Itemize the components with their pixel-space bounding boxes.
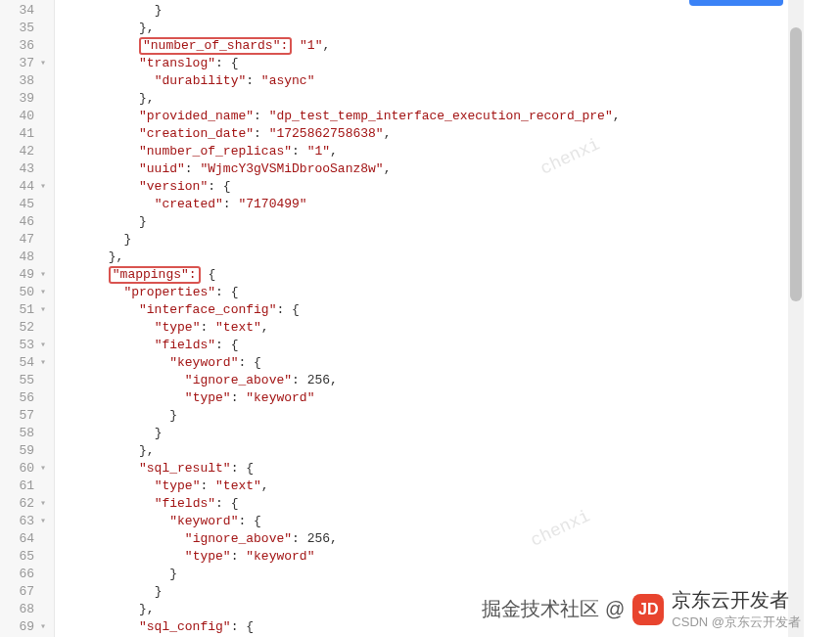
line-number: 53▾ <box>4 337 46 354</box>
code-line[interactable]: "keyword": { <box>63 513 840 530</box>
json-key: "type" <box>185 549 231 564</box>
code-line[interactable]: }, <box>63 90 840 108</box>
code-line[interactable]: "ignore_above": 256, <box>63 530 840 548</box>
code-line[interactable]: "version": { <box>63 178 840 196</box>
line-number: 62▾ <box>4 495 46 513</box>
fold-icon[interactable]: ▾ <box>38 513 46 530</box>
line-number: 50▾ <box>4 284 46 301</box>
code-line[interactable]: "interface_config": { <box>63 301 840 319</box>
json-number: 256 <box>307 373 330 387</box>
code-line[interactable]: "type": "keyword" <box>63 389 840 407</box>
code-line[interactable]: } <box>63 566 840 583</box>
json-key: "translog" <box>139 56 215 70</box>
punctuation: } <box>123 232 131 247</box>
line-number: 39 <box>4 90 46 108</box>
punctuation: : { <box>215 285 238 299</box>
code-line[interactable]: "creation_date": "1725862758638", <box>63 125 840 143</box>
json-string: "WjmcY3gVSMiDbrooSanz8w" <box>200 161 383 176</box>
code-line[interactable]: }, <box>63 20 840 37</box>
json-string: "async" <box>261 73 315 88</box>
line-number: 58 <box>4 425 46 442</box>
punctuation: } <box>169 408 177 423</box>
line-number: 48 <box>4 249 46 266</box>
fold-icon[interactable]: ▾ <box>38 354 46 372</box>
line-number: 47 <box>4 231 46 249</box>
fold-icon[interactable]: ▾ <box>38 266 46 284</box>
json-key: "ignore_above" <box>185 531 292 546</box>
code-line[interactable]: } <box>63 407 840 425</box>
json-key: "fields" <box>155 338 215 352</box>
scrollbar-thumb[interactable] <box>790 27 802 301</box>
code-line[interactable]: "durability": "async" <box>63 72 840 90</box>
fold-icon[interactable]: ▾ <box>38 55 46 72</box>
punctuation: : { <box>215 496 238 511</box>
code-line[interactable]: "sql_result": { <box>63 460 840 478</box>
vertical-scrollbar[interactable] <box>788 0 804 637</box>
punctuation: : <box>254 126 269 141</box>
punctuation: , <box>384 161 392 176</box>
fold-icon[interactable]: ▾ <box>38 495 46 513</box>
code-line[interactable]: } <box>63 2 840 20</box>
code-line[interactable]: "mappings": { <box>63 266 840 284</box>
punctuation: : { <box>208 179 230 194</box>
code-line[interactable]: "translog": { <box>63 55 840 72</box>
line-number: 38 <box>4 72 46 90</box>
json-key: "interface_config" <box>139 302 276 317</box>
code-area[interactable]: } }, "number_of_shards": "1", "translog"… <box>55 0 840 637</box>
code-line[interactable]: } <box>63 213 840 231</box>
json-key: "keyword" <box>169 355 238 370</box>
punctuation: : <box>246 73 261 88</box>
code-line[interactable]: "uuid": "WjmcY3gVSMiDbrooSanz8w", <box>63 160 840 178</box>
punctuation: }, <box>109 250 124 264</box>
line-number: 57 <box>4 407 46 425</box>
fold-icon[interactable]: ▾ <box>38 178 46 196</box>
code-line[interactable]: "fields": { <box>63 337 840 354</box>
line-number: 46 <box>4 213 46 231</box>
punctuation: , <box>384 126 392 141</box>
line-number: 66 <box>4 566 46 583</box>
json-key: "provided_name" <box>139 109 254 123</box>
code-line[interactable]: "ignore_above": 256, <box>63 372 840 389</box>
code-line[interactable]: }, <box>63 249 840 266</box>
line-number: 55 <box>4 372 46 389</box>
json-key: "keyword" <box>169 514 238 528</box>
punctuation: , <box>261 478 269 493</box>
code-line[interactable]: } <box>63 425 840 442</box>
highlighted-key: "mappings": <box>109 266 201 284</box>
brand-sub-text: CSDN @京东云开发者 <box>672 614 801 629</box>
code-line[interactable]: "keyword": { <box>63 354 840 372</box>
code-line[interactable]: "type": "text", <box>63 478 840 495</box>
code-line[interactable]: "provided_name": "dp_test_temp_interface… <box>63 108 840 125</box>
punctuation: , <box>330 373 338 387</box>
code-line[interactable]: "type": "keyword" <box>63 548 840 566</box>
fold-icon[interactable]: ▾ <box>38 337 46 354</box>
code-line[interactable]: } <box>63 231 840 249</box>
line-number: 49▾ <box>4 266 46 284</box>
json-number: 256 <box>307 531 330 546</box>
code-line[interactable]: "number_of_shards": "1", <box>63 37 840 55</box>
code-line[interactable]: }, <box>63 442 840 460</box>
json-string: "1" <box>300 38 322 53</box>
code-line[interactable]: "properties": { <box>63 284 840 301</box>
punctuation: : { <box>215 56 238 70</box>
json-key: "type" <box>155 478 201 493</box>
punctuation: : <box>254 109 269 123</box>
json-string: "1" <box>307 144 330 159</box>
code-editor[interactable]: 34353637▾38394041424344▾4546474849▾50▾51… <box>0 0 840 637</box>
punctuation: , <box>330 531 338 546</box>
code-line[interactable]: "number_of_replicas": "1", <box>63 143 840 160</box>
punctuation: , <box>261 320 269 335</box>
fold-icon[interactable]: ▾ <box>38 301 46 319</box>
code-line[interactable]: "created": "7170499" <box>63 196 840 213</box>
line-number: 54▾ <box>4 354 46 372</box>
code-line[interactable]: "fields": { <box>63 495 840 513</box>
fold-icon[interactable]: ▾ <box>38 460 46 478</box>
json-key: "sql_result" <box>139 461 231 476</box>
punctuation: : <box>292 373 307 387</box>
code-line[interactable]: "type": "text", <box>63 319 840 337</box>
line-number: 63▾ <box>4 513 46 530</box>
fold-icon[interactable]: ▾ <box>38 284 46 301</box>
punctuation <box>292 38 300 53</box>
line-number: 35 <box>4 20 46 37</box>
line-number: 64 <box>4 530 46 548</box>
